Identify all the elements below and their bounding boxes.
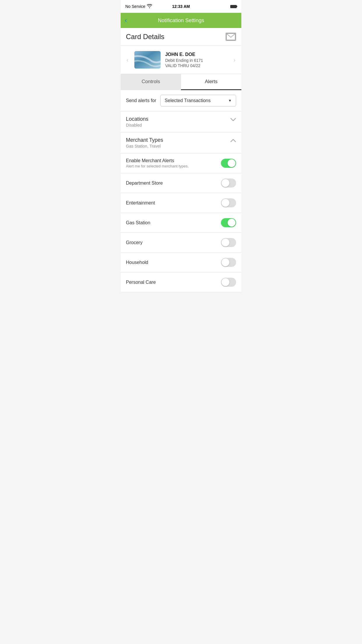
grocery-label: Grocery bbox=[126, 240, 143, 245]
department-store-row: Department Store bbox=[121, 173, 241, 193]
department-store-toggle[interactable] bbox=[221, 178, 236, 188]
merchant-types-subtitle: Gas Station, Travel bbox=[126, 144, 230, 148]
battery-icon bbox=[230, 5, 237, 8]
merchant-types-content: Merchant Types Gas Station, Travel bbox=[126, 137, 230, 148]
card-name: JOHN E. DOE bbox=[165, 52, 228, 57]
household-label: Household bbox=[126, 260, 148, 265]
tab-controls[interactable]: Controls bbox=[121, 74, 181, 90]
wifi-icon bbox=[147, 4, 152, 9]
card-details-title: Card Details bbox=[126, 33, 164, 41]
merchant-types-title: Merchant Types bbox=[126, 137, 230, 143]
enable-merchant-alerts-content: Enable Merchant Alerts Alert me for sele… bbox=[126, 158, 221, 168]
entertainment-row: Entertainment bbox=[121, 193, 241, 213]
entertainment-label: Entertainment bbox=[126, 200, 155, 206]
department-store-label: Department Store bbox=[126, 181, 163, 186]
dropdown-arrow-icon: ▼ bbox=[228, 99, 232, 103]
household-toggle[interactable] bbox=[221, 258, 236, 267]
enable-merchant-alerts-sublabel: Alert me for selected merchant types. bbox=[126, 164, 221, 168]
card-row: ‹ JOHN E. DOE Debit Ending in 6171 VALID… bbox=[121, 46, 241, 74]
grocery-knob bbox=[222, 239, 229, 246]
gas-station-label: Gas Station bbox=[126, 220, 150, 225]
grocery-row: Grocery bbox=[121, 233, 241, 253]
department-store-knob bbox=[222, 179, 229, 187]
card-next-button[interactable]: › bbox=[232, 57, 237, 63]
back-button[interactable]: ‹ bbox=[125, 17, 127, 24]
enable-merchant-alerts-toggle[interactable] bbox=[221, 159, 236, 168]
nav-header: ‹ Notification Settings bbox=[121, 13, 241, 28]
send-alerts-label: Send alerts for bbox=[126, 98, 156, 103]
enable-merchant-alerts-label: Enable Merchant Alerts bbox=[126, 158, 221, 163]
locations-section-row[interactable]: Locations Disabled bbox=[121, 111, 241, 132]
enable-merchant-alerts-row: Enable Merchant Alerts Alert me for sele… bbox=[121, 153, 241, 173]
locations-content: Locations Disabled bbox=[126, 116, 230, 127]
send-alerts-row: Send alerts for Selected Transactions ▼ bbox=[121, 90, 241, 111]
card-prev-button[interactable]: ‹ bbox=[125, 57, 130, 63]
merchant-types-chevron-up-icon bbox=[230, 138, 236, 144]
entertainment-knob bbox=[222, 199, 229, 207]
card-details-header: Card Details bbox=[121, 28, 241, 46]
send-alerts-dropdown[interactable]: Selected Transactions ▼ bbox=[160, 95, 236, 106]
tab-alerts[interactable]: Alerts bbox=[181, 74, 241, 90]
nav-title: Notification Settings bbox=[158, 18, 204, 24]
content-area: Send alerts for Selected Transactions ▼ … bbox=[121, 90, 241, 292]
enable-merchant-alerts-knob bbox=[228, 159, 236, 167]
grocery-toggle[interactable] bbox=[221, 238, 236, 247]
entertainment-toggle[interactable] bbox=[221, 198, 236, 207]
carrier-label: No Service bbox=[125, 4, 145, 9]
locations-title: Locations bbox=[126, 116, 230, 122]
dropdown-value: Selected Transactions bbox=[165, 98, 210, 103]
card-valid: VALID THRU 04/22 bbox=[165, 63, 228, 68]
status-time: 12:33 AM bbox=[172, 4, 190, 9]
household-row: Household bbox=[121, 253, 241, 272]
merchant-types-section-row[interactable]: Merchant Types Gas Station, Travel bbox=[121, 132, 241, 153]
tabs: Controls Alerts bbox=[121, 74, 241, 90]
personal-care-row: Personal Care bbox=[121, 272, 241, 292]
gas-station-knob bbox=[228, 219, 236, 227]
card-info: JOHN E. DOE Debit Ending in 6171 VALID T… bbox=[165, 52, 228, 68]
personal-care-knob bbox=[222, 278, 229, 286]
gas-station-toggle[interactable] bbox=[221, 218, 236, 227]
household-knob bbox=[222, 258, 229, 266]
mail-icon-button[interactable] bbox=[226, 33, 236, 41]
status-bar: No Service 12:33 AM bbox=[121, 0, 241, 13]
personal-care-label: Personal Care bbox=[126, 280, 156, 285]
gas-station-row: Gas Station bbox=[121, 213, 241, 233]
card-number: Debit Ending in 6171 bbox=[165, 58, 228, 63]
locations-subtitle: Disabled bbox=[126, 123, 230, 127]
locations-chevron-down-icon bbox=[230, 117, 236, 123]
personal-care-toggle[interactable] bbox=[221, 278, 236, 287]
card-image bbox=[134, 51, 161, 69]
